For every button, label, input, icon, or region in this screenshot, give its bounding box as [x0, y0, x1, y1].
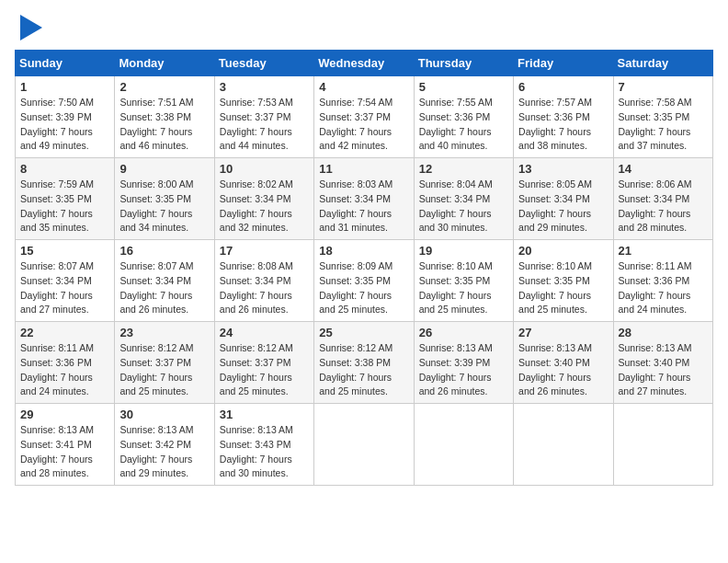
day-number: 16: [119, 244, 209, 258]
calendar-cell: 8 Sunrise: 7:59 AM Sunset: 3:35 PM Dayli…: [16, 158, 115, 240]
day-info: Sunrise: 8:05 AM Sunset: 3:34 PM Dayligh…: [518, 178, 608, 236]
calendar-cell: 29 Sunrise: 8:13 AM Sunset: 3:41 PM Dayl…: [16, 404, 115, 486]
day-info: Sunrise: 7:58 AM Sunset: 3:35 PM Dayligh…: [619, 96, 708, 154]
calendar-cell: 26 Sunrise: 8:13 AM Sunset: 3:39 PM Dayl…: [414, 322, 513, 404]
day-info: Sunrise: 8:13 AM Sunset: 3:39 PM Dayligh…: [419, 341, 508, 399]
day-info: Sunrise: 8:08 AM Sunset: 3:34 PM Dayligh…: [220, 259, 309, 317]
day-number: 14: [619, 162, 708, 176]
day-info: Sunrise: 8:11 AM Sunset: 3:36 PM Dayligh…: [20, 341, 109, 399]
day-header-monday: Monday: [115, 51, 214, 76]
calendar-cell: 30 Sunrise: 8:13 AM Sunset: 3:42 PM Dayl…: [115, 404, 214, 486]
day-number: 18: [319, 244, 408, 258]
day-number: 5: [419, 80, 508, 94]
day-number: 23: [119, 326, 209, 339]
day-info: Sunrise: 8:10 AM Sunset: 3:35 PM Dayligh…: [419, 259, 508, 317]
day-info: Sunrise: 8:09 AM Sunset: 3:35 PM Dayligh…: [319, 259, 408, 317]
calendar-cell: 13 Sunrise: 8:05 AM Sunset: 3:34 PM Dayl…: [514, 158, 613, 240]
day-info: Sunrise: 8:13 AM Sunset: 3:40 PM Dayligh…: [619, 341, 708, 399]
calendar-header-row: SundayMondayTuesdayWednesdayThursdayFrid…: [16, 51, 713, 76]
calendar-cell: 28 Sunrise: 8:13 AM Sunset: 3:40 PM Dayl…: [613, 322, 712, 404]
calendar-week-1: 1 Sunrise: 7:50 AM Sunset: 3:39 PM Dayli…: [16, 76, 713, 158]
calendar-cell: 21 Sunrise: 8:11 AM Sunset: 3:36 PM Dayl…: [613, 240, 712, 322]
day-number: 15: [20, 244, 109, 258]
day-info: Sunrise: 7:51 AM Sunset: 3:38 PM Dayligh…: [119, 96, 209, 154]
day-info: Sunrise: 8:12 AM Sunset: 3:38 PM Dayligh…: [319, 341, 408, 399]
day-number: 10: [220, 162, 309, 176]
day-number: 9: [119, 162, 209, 176]
day-header-wednesday: Wednesday: [314, 51, 414, 76]
day-header-tuesday: Tuesday: [214, 51, 313, 76]
day-info: Sunrise: 8:13 AM Sunset: 3:43 PM Dayligh…: [220, 423, 309, 481]
day-info: Sunrise: 8:00 AM Sunset: 3:35 PM Dayligh…: [119, 178, 209, 236]
calendar-cell: 31 Sunrise: 8:13 AM Sunset: 3:43 PM Dayl…: [214, 404, 313, 486]
page-header: [15, 15, 713, 40]
day-number: 7: [619, 80, 708, 94]
day-header-friday: Friday: [514, 51, 613, 76]
calendar-cell: 9 Sunrise: 8:00 AM Sunset: 3:35 PM Dayli…: [115, 158, 214, 240]
day-info: Sunrise: 8:07 AM Sunset: 3:34 PM Dayligh…: [119, 259, 209, 317]
day-number: 12: [419, 162, 508, 176]
day-number: 19: [419, 244, 508, 258]
day-number: 6: [518, 80, 608, 94]
day-number: 24: [220, 326, 309, 339]
day-info: Sunrise: 8:03 AM Sunset: 3:34 PM Dayligh…: [319, 178, 408, 236]
calendar-cell: 3 Sunrise: 7:53 AM Sunset: 3:37 PM Dayli…: [214, 76, 313, 158]
calendar-cell: 17 Sunrise: 8:08 AM Sunset: 3:34 PM Dayl…: [214, 240, 313, 322]
calendar-cell: 1 Sunrise: 7:50 AM Sunset: 3:39 PM Dayli…: [16, 76, 115, 158]
calendar-cell: [414, 404, 513, 486]
day-info: Sunrise: 8:12 AM Sunset: 3:37 PM Dayligh…: [220, 341, 309, 399]
svg-marker-0: [20, 15, 42, 40]
day-number: 22: [20, 326, 109, 339]
day-header-saturday: Saturday: [613, 51, 712, 76]
day-header-thursday: Thursday: [414, 51, 513, 76]
day-number: 11: [319, 162, 408, 176]
calendar-cell: 2 Sunrise: 7:51 AM Sunset: 3:38 PM Dayli…: [115, 76, 214, 158]
day-info: Sunrise: 8:07 AM Sunset: 3:34 PM Dayligh…: [20, 259, 109, 317]
calendar-cell: 7 Sunrise: 7:58 AM Sunset: 3:35 PM Dayli…: [613, 76, 712, 158]
day-info: Sunrise: 8:04 AM Sunset: 3:34 PM Dayligh…: [419, 178, 508, 236]
day-info: Sunrise: 8:12 AM Sunset: 3:37 PM Dayligh…: [119, 341, 209, 399]
calendar-cell: 19 Sunrise: 8:10 AM Sunset: 3:35 PM Dayl…: [414, 240, 513, 322]
day-number: 20: [518, 244, 608, 258]
calendar-cell: 15 Sunrise: 8:07 AM Sunset: 3:34 PM Dayl…: [16, 240, 115, 322]
day-header-sunday: Sunday: [16, 51, 115, 76]
calendar-week-2: 8 Sunrise: 7:59 AM Sunset: 3:35 PM Dayli…: [16, 158, 713, 240]
calendar-cell: 14 Sunrise: 8:06 AM Sunset: 3:34 PM Dayl…: [613, 158, 712, 240]
day-number: 29: [20, 408, 109, 421]
day-number: 2: [119, 80, 209, 94]
calendar-cell: 4 Sunrise: 7:54 AM Sunset: 3:37 PM Dayli…: [314, 76, 414, 158]
day-info: Sunrise: 8:11 AM Sunset: 3:36 PM Dayligh…: [619, 259, 708, 317]
day-info: Sunrise: 7:50 AM Sunset: 3:39 PM Dayligh…: [20, 96, 109, 154]
day-info: Sunrise: 7:53 AM Sunset: 3:37 PM Dayligh…: [220, 96, 309, 154]
logo-icon: [17, 15, 42, 40]
calendar-cell: 27 Sunrise: 8:13 AM Sunset: 3:40 PM Dayl…: [514, 322, 613, 404]
day-number: 27: [518, 326, 608, 339]
day-number: 17: [220, 244, 309, 258]
day-number: 1: [20, 80, 109, 94]
calendar-cell: 6 Sunrise: 7:57 AM Sunset: 3:36 PM Dayli…: [514, 76, 613, 158]
day-number: 3: [220, 80, 309, 94]
day-info: Sunrise: 8:13 AM Sunset: 3:41 PM Dayligh…: [20, 423, 109, 481]
day-number: 21: [619, 244, 708, 258]
day-info: Sunrise: 8:10 AM Sunset: 3:35 PM Dayligh…: [518, 259, 608, 317]
calendar-cell: 10 Sunrise: 8:02 AM Sunset: 3:34 PM Dayl…: [214, 158, 313, 240]
day-number: 30: [119, 408, 209, 421]
day-number: 8: [20, 162, 109, 176]
calendar-cell: 18 Sunrise: 8:09 AM Sunset: 3:35 PM Dayl…: [314, 240, 414, 322]
day-info: Sunrise: 7:54 AM Sunset: 3:37 PM Dayligh…: [319, 96, 408, 154]
logo: [15, 15, 42, 40]
day-info: Sunrise: 8:13 AM Sunset: 3:42 PM Dayligh…: [119, 423, 209, 481]
day-info: Sunrise: 7:59 AM Sunset: 3:35 PM Dayligh…: [20, 178, 109, 236]
day-info: Sunrise: 8:02 AM Sunset: 3:34 PM Dayligh…: [220, 178, 309, 236]
day-info: Sunrise: 7:57 AM Sunset: 3:36 PM Dayligh…: [518, 96, 608, 154]
day-number: 26: [419, 326, 508, 339]
day-number: 4: [319, 80, 408, 94]
day-number: 28: [619, 326, 708, 339]
day-info: Sunrise: 7:55 AM Sunset: 3:36 PM Dayligh…: [419, 96, 508, 154]
calendar-week-5: 29 Sunrise: 8:13 AM Sunset: 3:41 PM Dayl…: [16, 404, 713, 486]
day-number: 25: [319, 326, 408, 339]
day-number: 13: [518, 162, 608, 176]
calendar-cell: [314, 404, 414, 486]
calendar-cell: [514, 404, 613, 486]
calendar-cell: 11 Sunrise: 8:03 AM Sunset: 3:34 PM Dayl…: [314, 158, 414, 240]
